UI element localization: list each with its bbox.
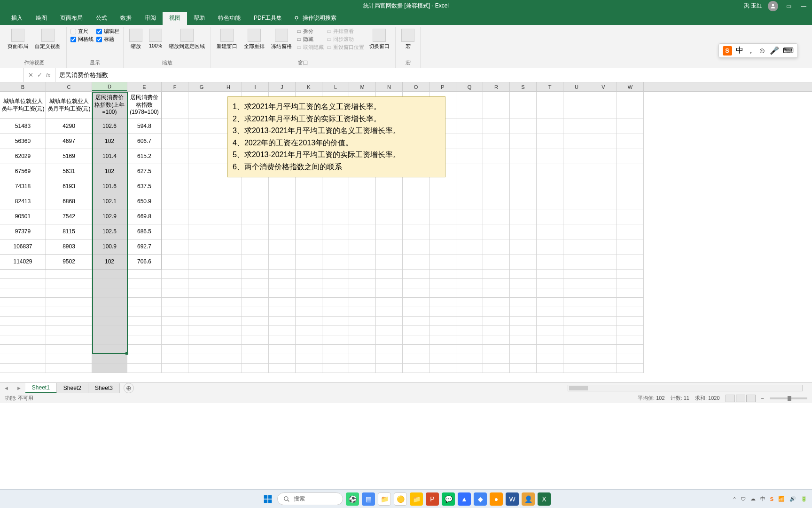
cell[interactable] — [322, 194, 349, 209]
cell[interactable] — [92, 354, 127, 364]
cell[interactable] — [92, 326, 127, 335]
cell[interactable] — [510, 354, 537, 364]
cell[interactable] — [269, 335, 296, 345]
cell[interactable] — [0, 317, 46, 326]
cell[interactable] — [429, 254, 456, 270]
cell[interactable] — [215, 209, 242, 224]
cell[interactable] — [403, 279, 429, 288]
cell[interactable] — [127, 270, 162, 279]
ruler-checkbox[interactable]: 直尺 — [70, 28, 94, 35]
cell[interactable] — [269, 364, 296, 373]
arrange-all-button[interactable]: 全部重排 — [242, 28, 266, 51]
col-header-G[interactable]: G — [188, 82, 215, 91]
cell[interactable] — [162, 354, 188, 364]
sheet-nav-prev-icon[interactable]: ◄ — [0, 385, 13, 391]
cell[interactable] — [537, 335, 563, 345]
cell[interactable] — [322, 364, 349, 373]
cell[interactable] — [590, 317, 617, 326]
cell[interactable]: 114029 — [0, 254, 46, 270]
tray-sogou-icon[interactable]: S — [770, 496, 773, 502]
cell[interactable] — [537, 254, 563, 270]
col-header-L[interactable]: L — [322, 82, 349, 91]
split-button[interactable]: ▭ 拆分 — [297, 28, 324, 35]
cell[interactable] — [269, 307, 296, 317]
cell[interactable] — [322, 279, 349, 288]
cell[interactable] — [188, 119, 215, 134]
wechat-icon[interactable]: 💬 — [442, 492, 455, 506]
cell[interactable] — [483, 288, 510, 298]
chrome-icon[interactable]: 🟡 — [394, 492, 407, 506]
cell[interactable] — [296, 335, 322, 345]
taskbar-app-3-icon[interactable]: 📁 — [410, 492, 423, 506]
cell[interactable]: 6193 — [46, 179, 92, 194]
minimize-icon[interactable]: — — [799, 1, 808, 11]
cell[interactable] — [269, 288, 296, 298]
cell[interactable] — [127, 354, 162, 364]
cell[interactable] — [349, 179, 376, 194]
cell[interactable] — [429, 354, 456, 364]
cell[interactable] — [403, 335, 429, 345]
col-header-R[interactable]: R — [483, 82, 510, 91]
cell[interactable] — [510, 288, 537, 298]
fx-icon[interactable]: fx — [46, 72, 50, 79]
horizontal-scrollbar[interactable] — [568, 385, 803, 391]
col-header-J[interactable]: J — [269, 82, 296, 91]
cell[interactable] — [403, 209, 429, 224]
cell[interactable] — [188, 335, 215, 345]
cell[interactable] — [349, 307, 376, 317]
cell[interactable]: 102 — [92, 134, 127, 149]
cell[interactable] — [563, 134, 590, 149]
cell[interactable] — [456, 134, 483, 149]
cell[interactable] — [456, 307, 483, 317]
taskbar-app-6-icon[interactable]: 👤 — [522, 492, 535, 506]
cell[interactable] — [215, 270, 242, 279]
cell[interactable] — [349, 298, 376, 307]
cell[interactable] — [322, 239, 349, 254]
cell[interactable] — [456, 326, 483, 335]
cell[interactable] — [537, 164, 563, 179]
cell[interactable] — [162, 326, 188, 335]
cell[interactable] — [510, 194, 537, 209]
tell-me-search[interactable]: 操作说明搜索 — [289, 11, 341, 25]
cell[interactable] — [296, 354, 322, 364]
col-header-Q[interactable]: Q — [456, 82, 483, 91]
cell[interactable] — [215, 326, 242, 335]
col-header-D[interactable]: D — [92, 82, 127, 91]
cell[interactable] — [322, 270, 349, 279]
cell[interactable] — [0, 270, 46, 279]
cell[interactable] — [590, 270, 617, 279]
cell[interactable] — [162, 288, 188, 298]
page-layout-button[interactable]: 页面布局 — [6, 28, 30, 51]
cell[interactable] — [617, 279, 644, 288]
cell[interactable] — [537, 224, 563, 239]
cell[interactable] — [429, 224, 456, 239]
cell[interactable] — [456, 209, 483, 224]
cell[interactable] — [483, 345, 510, 354]
col-header-I[interactable]: I — [242, 82, 269, 91]
cell[interactable] — [376, 288, 403, 298]
cell[interactable] — [269, 209, 296, 224]
cell[interactable] — [188, 134, 215, 149]
cell[interactable] — [215, 288, 242, 298]
cell[interactable] — [510, 92, 537, 119]
cell[interactable]: 城镇单位就业人员年平均工资(元) — [0, 92, 46, 119]
cell[interactable] — [322, 179, 349, 194]
cell[interactable] — [563, 119, 590, 134]
cell[interactable] — [242, 364, 269, 373]
cell[interactable] — [617, 335, 644, 345]
cell[interactable] — [590, 224, 617, 239]
cell[interactable] — [537, 307, 563, 317]
cell[interactable] — [537, 209, 563, 224]
cell[interactable] — [0, 335, 46, 345]
cell[interactable] — [322, 288, 349, 298]
cell[interactable] — [510, 298, 537, 307]
cell[interactable] — [537, 298, 563, 307]
ime-mic-icon[interactable]: 🎤 — [770, 46, 779, 55]
cell[interactable] — [349, 194, 376, 209]
cell[interactable] — [215, 345, 242, 354]
cell[interactable] — [456, 239, 483, 254]
cell[interactable] — [215, 279, 242, 288]
cell[interactable] — [483, 209, 510, 224]
feishu-icon[interactable]: ▲ — [458, 492, 471, 506]
cell[interactable] — [429, 270, 456, 279]
